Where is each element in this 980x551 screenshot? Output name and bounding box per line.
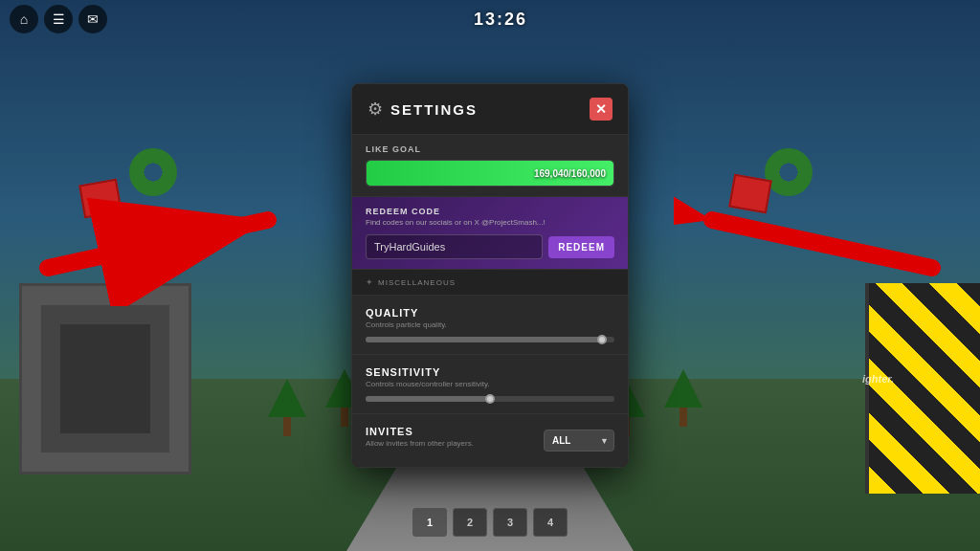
settings-modal: ⚙ SETTINGS ✕ LIKE GOAL 169,040/160,000 R… (351, 83, 629, 468)
invites-label: INVITES (366, 426, 474, 437)
modal-overlay: ⚙ SETTINGS ✕ LIKE GOAL 169,040/160,000 R… (0, 0, 980, 551)
like-goal-section: LIKE GOAL 169,040/160,000 (352, 135, 628, 197)
misc-icon: ✦ (366, 277, 374, 287)
title-group: ⚙ SETTINGS (368, 99, 478, 120)
invites-select[interactable]: ALL FRIENDS NONE (544, 430, 614, 452)
like-goal-bar: 169,040/160,000 (366, 160, 614, 187)
invites-row: INVITES Allow invites from other players… (352, 414, 628, 467)
close-button[interactable]: ✕ (590, 98, 612, 121)
quality-slider-fill (366, 337, 602, 342)
modal-title: SETTINGS (390, 101, 478, 118)
redeem-label: REDEEM CODE (366, 207, 614, 216)
modal-header: ⚙ SETTINGS ✕ (352, 84, 628, 135)
redeem-input-row: REDEEM (366, 234, 614, 259)
quality-row: QUALITY Controls particle quality. (352, 296, 628, 355)
settings-gear-icon: ⚙ (368, 99, 383, 120)
misc-label: ✦ MISCELLANEOUS (366, 277, 614, 287)
settings-body: QUALITY Controls particle quality. SENSI… (352, 296, 628, 467)
redeem-button[interactable]: REDEEM (548, 236, 614, 258)
invites-desc: Allow invites from other players. (366, 439, 474, 448)
quality-slider[interactable] (366, 337, 614, 342)
sensitivity-row: SENSITIVITY Controls mouse/controller se… (352, 355, 628, 414)
invites-select-wrapper[interactable]: ALL FRIENDS NONE ▼ (544, 430, 614, 452)
quality-slider-thumb (597, 335, 607, 344)
redeem-sublabel: Find codes on our socials or on X @Proje… (366, 218, 614, 227)
quality-label: QUALITY (366, 307, 614, 319)
sensitivity-label: SENSITIVITY (366, 366, 614, 378)
sensitivity-desc: Controls mouse/controller sensitivity. (366, 380, 614, 388)
redeem-code-input[interactable] (366, 234, 543, 259)
sensitivity-slider-thumb (485, 394, 495, 404)
sensitivity-slider-fill (366, 396, 490, 402)
like-goal-label: LIKE GOAL (366, 144, 614, 154)
sensitivity-slider[interactable] (366, 396, 614, 402)
invites-left: INVITES Allow invites from other players… (366, 426, 474, 455)
redeem-section: REDEEM CODE Find codes on our socials or… (352, 197, 628, 270)
quality-desc: Controls particle quality. (366, 320, 614, 329)
like-goal-count: 169,040/160,000 (534, 168, 606, 179)
misc-section: ✦ MISCELLANEOUS (352, 270, 628, 296)
